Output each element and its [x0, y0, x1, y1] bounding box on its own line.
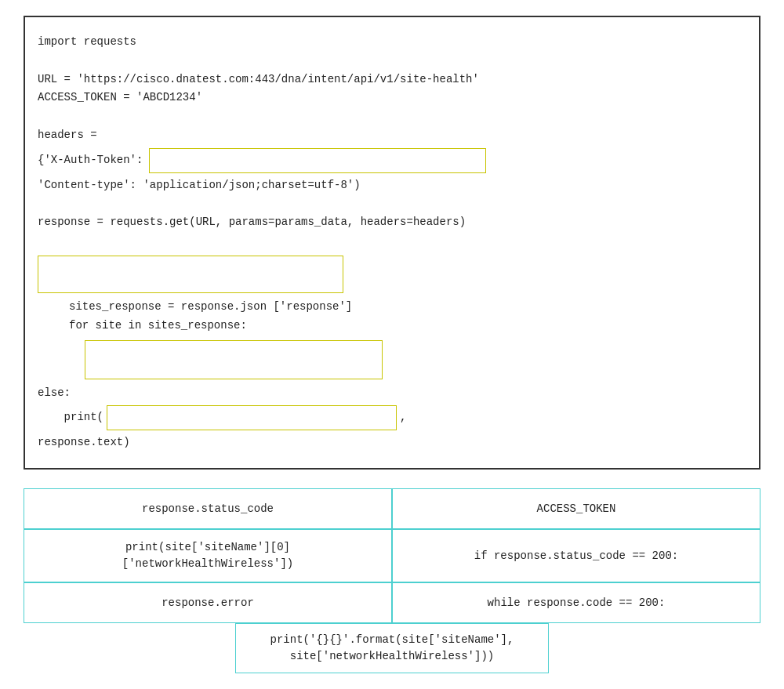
- print-site-block-input[interactable]: [85, 340, 383, 379]
- code-line-4: ACCESS_TOKEN = 'ABCD1234': [38, 89, 746, 107]
- print-site-block-input-wrapper: [38, 340, 746, 379]
- code-block: import requests URL = 'https://cisco.dna…: [24, 16, 760, 470]
- code-line-5: [38, 107, 746, 126]
- code-line-10: response = requests.get(URL, params=para…: [38, 213, 746, 232]
- code-line-3: URL = 'https://cisco.dnatest.com:443/dna…: [38, 71, 746, 89]
- code-line-9: [38, 195, 746, 214]
- answer-cell-3[interactable]: print(site['siteName'][0] ['networkHealt…: [24, 529, 392, 582]
- answer-cell-5[interactable]: response.error: [24, 582, 392, 623]
- answers-grid: response.status_code ACCESS_TOKEN print(…: [24, 488, 760, 623]
- print-error-line: print( ,: [38, 405, 746, 430]
- code-line-13: for site in sites_response:: [69, 317, 746, 335]
- status-code-block-input[interactable]: [38, 256, 343, 293]
- answer-cell-7[interactable]: print('{}{}'.format(site['siteName'], si…: [235, 623, 549, 673]
- code-line-11: [38, 232, 746, 251]
- xauth-token-input[interactable]: [149, 148, 486, 173]
- code-line-2: [38, 52, 746, 71]
- code-line-6: headers =: [38, 126, 746, 145]
- status-code-block-input-wrapper: [38, 256, 746, 293]
- code-line-17: response.text): [38, 433, 746, 452]
- xauth-pre-text: {'X-Auth-Token':: [38, 151, 143, 170]
- answer-cell-1[interactable]: response.status_code: [24, 488, 392, 529]
- answer-cell-4[interactable]: if response.status_code == 200:: [392, 529, 760, 582]
- code-line-8: 'Content-type': 'application/json;charse…: [38, 176, 746, 195]
- print-comma: ,: [400, 408, 406, 427]
- print-pre-text: print(: [38, 408, 103, 427]
- code-line-15: else:: [38, 384, 746, 403]
- code-line-12: sites_response = response.json ['respons…: [69, 298, 746, 317]
- bottom-answer-wrapper: print('{}{}'.format(site['siteName'], si…: [24, 623, 760, 673]
- answer-cell-2[interactable]: ACCESS_TOKEN: [392, 488, 760, 529]
- xauth-token-line: {'X-Auth-Token':: [38, 148, 746, 173]
- code-line-1: import requests: [38, 33, 746, 52]
- answer-cell-6[interactable]: while response.code == 200:: [392, 582, 760, 623]
- print-error-input[interactable]: [107, 405, 397, 430]
